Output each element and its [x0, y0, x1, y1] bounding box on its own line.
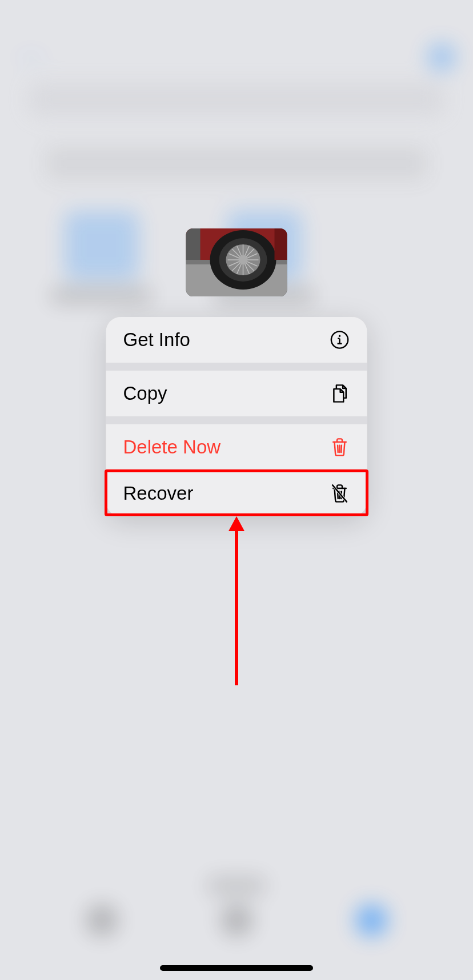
svg-point-22 [239, 255, 248, 264]
menu-item-label: Delete Now [123, 436, 221, 458]
svg-line-32 [341, 445, 342, 452]
svg-line-30 [338, 445, 338, 452]
copy-button[interactable]: Copy [106, 371, 367, 416]
trash-icon [330, 437, 350, 457]
get-info-button[interactable]: Get Info [106, 317, 367, 363]
delete-now-button[interactable]: Delete Now [106, 424, 367, 470]
info-icon [330, 330, 350, 350]
recover-trash-icon [330, 483, 350, 504]
svg-rect-23 [275, 228, 287, 260]
recover-button[interactable]: Recover [106, 471, 367, 516]
copy-icon [330, 383, 350, 404]
menu-separator [106, 416, 367, 424]
menu-item-label: Recover [123, 483, 194, 504]
context-menu: Get Info Copy Delete Now [106, 317, 367, 516]
home-indicator [160, 965, 313, 971]
menu-item-label: Get Info [123, 329, 190, 351]
menu-separator [106, 363, 367, 371]
file-preview-thumbnail [186, 228, 287, 296]
svg-point-26 [339, 335, 340, 337]
svg-rect-24 [186, 228, 201, 260]
menu-item-label: Copy [123, 383, 167, 404]
